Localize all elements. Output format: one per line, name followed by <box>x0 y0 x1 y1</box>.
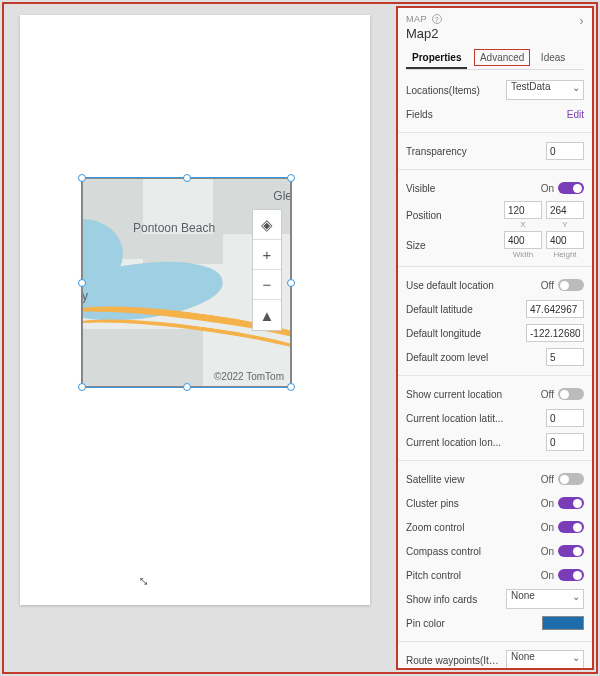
route-waypoints-label: Route waypoints(Ite... <box>406 655 506 666</box>
current-lat-input[interactable] <box>546 409 584 427</box>
resize-handle[interactable] <box>287 383 295 391</box>
default-zoom-input[interactable] <box>546 348 584 366</box>
size-h-input[interactable] <box>546 231 584 249</box>
chevron-right-icon[interactable]: › <box>580 14 585 28</box>
visible-toggle[interactable] <box>558 182 584 194</box>
cluster-label: Cluster pins <box>406 498 536 509</box>
tab-ideas[interactable]: Ideas <box>535 48 571 67</box>
satellite-label: Satellite view <box>406 474 536 485</box>
default-lat-input[interactable] <box>526 300 584 318</box>
tab-properties[interactable]: Properties <box>406 48 467 69</box>
cluster-toggle[interactable] <box>558 497 584 509</box>
fields-label: Fields <box>406 109 567 120</box>
compass-control-label: Compass control <box>406 546 536 557</box>
canvas-area: Pontoon Beach ity Gle ◈ + − ▲ ©2022 TomT… <box>10 10 380 610</box>
resize-handle[interactable] <box>78 383 86 391</box>
pane-type-label: MAP ? › <box>406 14 584 24</box>
show-current-toggle[interactable] <box>558 388 584 400</box>
resize-handle[interactable] <box>78 279 86 287</box>
size-w-input[interactable] <box>504 231 542 249</box>
position-label: Position <box>406 210 504 221</box>
position-y-input[interactable] <box>546 201 584 219</box>
pitch-button[interactable]: ▲ <box>253 300 281 330</box>
route-waypoints-select[interactable]: None <box>506 650 584 668</box>
map-control-selected[interactable]: Pontoon Beach ity Gle ◈ + − ▲ ©2022 TomT… <box>82 178 291 387</box>
map-copyright: ©2022 TomTom <box>214 371 284 382</box>
default-lon-input[interactable] <box>526 324 584 342</box>
use-default-location-label: Use default location <box>406 280 536 291</box>
zoom-in-button[interactable]: + <box>253 240 281 270</box>
default-lon-label: Default longitude <box>406 328 526 339</box>
locations-label: Locations(Items) <box>406 85 506 96</box>
size-label: Size <box>406 240 504 251</box>
default-zoom-label: Default zoom level <box>406 352 546 363</box>
fields-edit-link[interactable]: Edit <box>567 109 584 120</box>
use-default-location-toggle[interactable] <box>558 279 584 291</box>
pin-color-label: Pin color <box>406 618 542 629</box>
resize-handle[interactable] <box>78 174 86 182</box>
compass-button[interactable]: ◈ <box>253 210 281 240</box>
zoom-out-button[interactable]: − <box>253 270 281 300</box>
info-cards-select[interactable]: None <box>506 589 584 609</box>
transparency-input[interactable] <box>546 142 584 160</box>
pin-color-swatch[interactable] <box>542 616 584 630</box>
current-lat-label: Current location latit... <box>406 413 546 424</box>
zoom-control-label: Zoom control <box>406 522 536 533</box>
resize-handle[interactable] <box>183 174 191 182</box>
map-controls: ◈ + − ▲ <box>252 209 282 331</box>
satellite-toggle[interactable] <box>558 473 584 485</box>
map-city-label: Gle <box>273 189 291 203</box>
map-city-label: Pontoon Beach <box>133 221 215 235</box>
current-lon-input[interactable] <box>546 433 584 451</box>
help-icon[interactable]: ? <box>432 14 442 24</box>
show-current-label: Show current location <box>406 389 536 400</box>
properties-pane: MAP ? › Map2 Properties Advanced Ideas L… <box>396 6 594 670</box>
default-lat-label: Default latitude <box>406 304 526 315</box>
pitch-control-toggle[interactable] <box>558 569 584 581</box>
resize-handle[interactable] <box>287 279 295 287</box>
pitch-control-label: Pitch control <box>406 570 536 581</box>
current-lon-label: Current location lon... <box>406 437 546 448</box>
pane-tabs: Properties Advanced Ideas <box>406 47 584 70</box>
tab-advanced[interactable]: Advanced <box>474 49 530 66</box>
app-screen: Pontoon Beach ity Gle ◈ + − ▲ ©2022 TomT… <box>20 15 370 605</box>
resize-handle[interactable] <box>183 383 191 391</box>
position-x-input[interactable] <box>504 201 542 219</box>
object-name: Map2 <box>406 26 584 41</box>
zoom-control-toggle[interactable] <box>558 521 584 533</box>
map-city-label: ity <box>82 289 88 303</box>
transparency-label: Transparency <box>406 146 546 157</box>
resize-handle[interactable] <box>287 174 295 182</box>
map-visual[interactable]: Pontoon Beach ity Gle ◈ + − ▲ ©2022 TomT… <box>82 178 291 387</box>
locations-select[interactable]: TestData <box>506 80 584 100</box>
info-cards-label: Show info cards <box>406 594 506 605</box>
compass-control-toggle[interactable] <box>558 545 584 557</box>
visible-label: Visible <box>406 183 536 194</box>
